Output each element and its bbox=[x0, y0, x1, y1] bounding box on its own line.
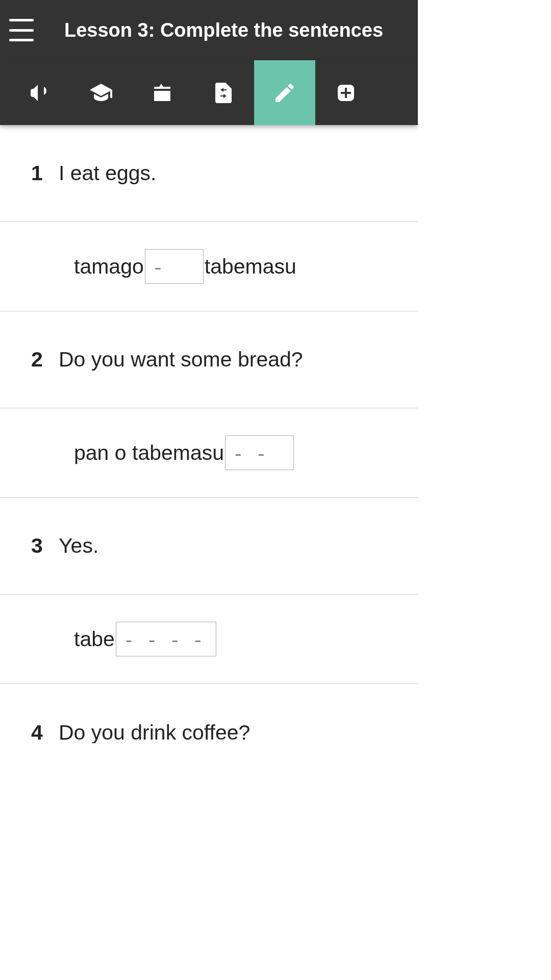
tab-graduation[interactable] bbox=[70, 60, 132, 125]
pencil-icon bbox=[272, 81, 297, 105]
tab-swap[interactable] bbox=[193, 60, 254, 125]
question-row-3: 3 Yes. bbox=[0, 498, 418, 595]
tab-bar bbox=[0, 60, 418, 125]
menu-icon[interactable] bbox=[9, 19, 34, 41]
tab-plus[interactable] bbox=[315, 60, 377, 125]
question-prompt: I eat eggs. bbox=[59, 161, 156, 185]
plus-icon bbox=[334, 81, 358, 105]
swap-icon bbox=[211, 81, 236, 105]
question-row-1: 1 I eat eggs. bbox=[0, 125, 418, 222]
tab-megaphone[interactable] bbox=[9, 60, 70, 125]
answer-after: tabemasu bbox=[205, 255, 296, 279]
answer-row-1: tamago - tabemasu bbox=[0, 222, 418, 311]
answer-before: tabe bbox=[74, 627, 115, 651]
question-prompt: Do you drink coffee? bbox=[59, 721, 250, 744]
header: Lesson 3: Complete the sentences bbox=[0, 0, 418, 60]
question-row-2: 2 Do you want some bread? bbox=[0, 311, 418, 408]
answer-before: tamago bbox=[74, 255, 144, 279]
page-title: Lesson 3: Complete the sentences bbox=[59, 19, 388, 41]
question-number: 3 bbox=[15, 534, 59, 558]
blank-input-1[interactable]: - bbox=[145, 249, 204, 284]
blank-input-3[interactable]: - - - - bbox=[116, 622, 216, 656]
question-row-4: 4 Do you drink coffee? bbox=[0, 684, 418, 743]
content-area: 1 I eat eggs. tamago - tabemasu 2 Do you… bbox=[0, 125, 418, 743]
answer-row-3: tabe - - - - bbox=[0, 595, 418, 684]
tab-box[interactable] bbox=[132, 60, 193, 125]
question-prompt: Yes. bbox=[59, 534, 98, 558]
question-prompt: Do you want some bread? bbox=[59, 348, 303, 372]
answer-row-2: pan o tabemasu - - bbox=[0, 408, 418, 498]
megaphone-icon bbox=[28, 81, 52, 105]
graduation-cap-icon bbox=[89, 81, 113, 105]
tab-pencil[interactable] bbox=[254, 60, 315, 125]
question-number: 1 bbox=[15, 161, 59, 185]
question-number: 4 bbox=[15, 721, 59, 744]
blank-input-2[interactable]: - - bbox=[225, 435, 294, 470]
box-icon bbox=[150, 81, 174, 105]
answer-before: pan o tabemasu bbox=[74, 441, 224, 465]
question-number: 2 bbox=[15, 348, 59, 372]
